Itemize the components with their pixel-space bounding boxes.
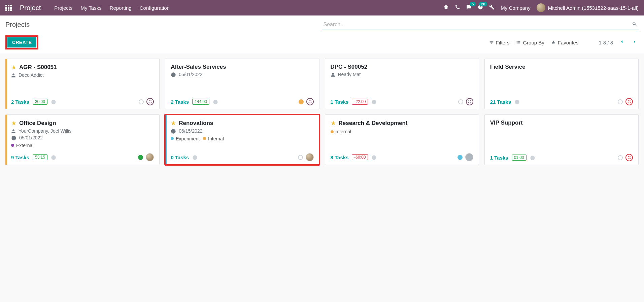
funnel-icon <box>489 40 494 45</box>
smiley-icon[interactable] <box>146 98 154 105</box>
tasks-count: 1 <box>490 155 493 161</box>
favorites-label: Favorites <box>558 40 579 45</box>
user-icon <box>11 128 16 134</box>
bug-icon[interactable] <box>443 4 449 11</box>
project-card[interactable]: VIP Support1 Tasks01:00 <box>484 114 639 165</box>
user-avatar-icon <box>537 3 545 12</box>
assignee-avatar-icon[interactable] <box>306 153 314 161</box>
star-icon[interactable]: ★ <box>171 120 176 127</box>
project-title: Office Design <box>19 120 56 127</box>
star-icon <box>551 40 556 45</box>
tasks-link[interactable]: 2 Tasks144:00 <box>171 99 218 105</box>
tasks-label: Tasks <box>15 99 29 105</box>
tag: External <box>11 143 33 148</box>
assignee-avatar-icon[interactable] <box>146 153 154 161</box>
star-icon[interactable]: ★ <box>11 120 16 127</box>
status-circle-icon[interactable] <box>458 99 463 104</box>
assignee-avatar-icon[interactable] <box>465 153 473 161</box>
project-card[interactable]: After-Sales Services05/01/20222 Tasks144… <box>165 59 319 109</box>
tag-label: Experiment <box>176 136 200 141</box>
date-label: 06/15/2022 <box>179 128 202 134</box>
company-switcher[interactable]: My Company <box>501 5 530 11</box>
user-menu[interactable]: Mitchell Admin (15531522-saas-15-1-all) <box>537 3 639 12</box>
status-circle-icon[interactable] <box>298 155 303 160</box>
tools-icon[interactable] <box>489 4 495 11</box>
nav-item-configuration[interactable]: Configuration <box>140 5 170 11</box>
clock-icon[interactable] <box>530 155 535 161</box>
status-circle-icon[interactable] <box>138 155 143 160</box>
control-panel: Projects CREATE Filters Group By <box>0 15 644 53</box>
search-icon[interactable] <box>632 21 637 28</box>
search-input[interactable] <box>322 20 639 30</box>
partner-label: Ready Mat <box>338 72 361 77</box>
tag-label: Internal <box>208 136 224 141</box>
status-circle-icon[interactable] <box>139 99 144 104</box>
project-card[interactable]: ★Research & DevelopmentInternal8 Tasks-6… <box>325 114 479 165</box>
tasks-link[interactable]: 2 Tasks30:00 <box>11 99 56 105</box>
clock-icon[interactable] <box>51 99 56 105</box>
smiley-icon[interactable] <box>625 98 633 105</box>
star-icon[interactable]: ★ <box>11 64 16 71</box>
nav-item-reporting[interactable]: Reporting <box>110 5 132 11</box>
tasks-link[interactable]: 1 Tasks01:00 <box>490 155 535 161</box>
tasks-link[interactable]: 9 Tasks53:15 <box>11 154 56 160</box>
pager-next[interactable] <box>631 39 639 46</box>
activities-icon[interactable]: 28 <box>478 4 483 11</box>
tag-dot-icon <box>171 137 174 140</box>
clock-icon[interactable] <box>514 99 520 105</box>
groupby-dropdown[interactable]: Group By <box>516 40 544 45</box>
phone-icon[interactable] <box>455 4 460 11</box>
smiley-icon[interactable] <box>466 98 473 105</box>
tasks-count: 9 <box>11 155 14 160</box>
nav-item-my-tasks[interactable]: My Tasks <box>80 5 101 11</box>
clock-icon[interactable] <box>371 99 377 105</box>
clock-icon[interactable] <box>192 154 198 160</box>
project-card[interactable]: ★Office DesignYourCompany, Joel Willis05… <box>5 114 160 165</box>
tasks-link[interactable]: 1 Tasks-22:00 <box>331 99 377 105</box>
app-brand[interactable]: Project <box>20 4 41 12</box>
create-button[interactable]: CREATE <box>7 37 36 47</box>
pager-text: 1-8 / 8 <box>599 40 613 45</box>
nav-item-projects[interactable]: Projects <box>54 5 72 11</box>
nav-menu: Projects My Tasks Reporting Configuratio… <box>54 5 170 11</box>
status-circle-icon[interactable] <box>457 155 463 160</box>
filters-dropdown[interactable]: Filters <box>489 40 510 45</box>
tasks-link[interactable]: 8 Tasks-60:00 <box>331 154 377 160</box>
messages-badge: 5 <box>470 2 476 6</box>
search-bar[interactable] <box>322 20 639 30</box>
project-title: VIP Support <box>490 120 523 126</box>
tasks-link[interactable]: 21 Tasks <box>490 99 520 105</box>
messages-icon[interactable]: 5 <box>466 4 472 11</box>
smiley-icon[interactable] <box>625 154 633 161</box>
project-card[interactable]: ★AGR - S00051Deco Addict2 Tasks30:00 <box>5 59 160 109</box>
project-card[interactable]: Field Service21 Tasks <box>484 59 639 109</box>
project-title: Field Service <box>490 64 526 70</box>
pager: 1-8 / 8 <box>599 39 639 46</box>
clock-icon[interactable] <box>371 154 377 160</box>
tasks-count: 8 <box>331 155 333 160</box>
tasks-label: Tasks <box>175 99 189 105</box>
time-badge: 53:15 <box>33 154 47 160</box>
tasks-count: 2 <box>11 99 14 105</box>
project-card[interactable]: DPC - S00052Ready Mat1 Tasks-22:00 <box>325 59 479 109</box>
tasks-count: 2 <box>171 99 173 105</box>
tag-label: External <box>16 143 33 148</box>
star-icon[interactable]: ★ <box>331 120 336 127</box>
project-title: Research & Development <box>339 120 408 127</box>
pager-prev[interactable] <box>618 39 626 46</box>
clock-icon[interactable] <box>213 99 218 105</box>
favorites-dropdown[interactable]: Favorites <box>551 40 579 45</box>
date-label: 05/01/2022 <box>179 72 202 77</box>
status-circle-icon[interactable] <box>618 155 623 160</box>
partner-label: Deco Addict <box>19 72 44 78</box>
project-card[interactable]: ★Renovations06/15/2022ExperimentInternal… <box>165 114 319 165</box>
apps-icon[interactable] <box>5 5 12 11</box>
filters-label: Filters <box>496 40 510 45</box>
status-circle-icon[interactable] <box>299 99 304 104</box>
status-circle-icon[interactable] <box>618 99 623 104</box>
tag-dot-icon <box>331 130 334 133</box>
smiley-icon[interactable] <box>306 98 314 105</box>
clock-icon[interactable] <box>51 154 56 160</box>
partner-label: YourCompany, Joel Willis <box>19 128 71 134</box>
tasks-link[interactable]: 0 Tasks <box>171 154 198 160</box>
